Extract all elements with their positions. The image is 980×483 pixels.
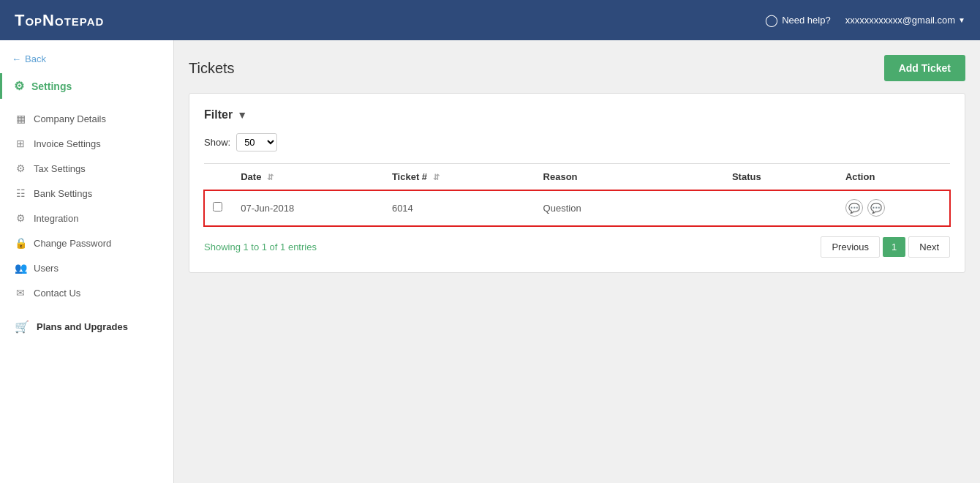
- content-card: Filter ▼ Show: 10 25 50 100 Date ⇵: [189, 93, 965, 273]
- showing-text: Showing 1 to 1 of 1 entries: [204, 242, 317, 252]
- user-email: xxxxxxxxxxxx@gmail.com: [845, 15, 955, 26]
- show-label: Show:: [204, 137, 230, 148]
- settings-label: Settings: [31, 80, 72, 92]
- filter-header: Filter ▼: [204, 108, 950, 121]
- app-logo: TopNotepad: [15, 11, 104, 30]
- sidebar-item-label: Contact Us: [34, 288, 80, 299]
- row-ticket-cell: 6014: [383, 190, 535, 226]
- plans-label: Plans and Upgrades: [37, 321, 128, 332]
- row-checkbox[interactable]: [213, 202, 222, 211]
- header: TopNotepad ◯ Need help? xxxxxxxxxxxx@gma…: [0, 0, 980, 40]
- sidebar-item-label: Tax Settings: [34, 163, 86, 174]
- sidebar-item-label: Invoice Settings: [34, 138, 101, 149]
- add-ticket-button[interactable]: Add Ticket: [884, 55, 965, 81]
- current-page[interactable]: 1: [883, 237, 905, 257]
- filter-icon: ▼: [237, 109, 247, 121]
- col-header-action: Action: [837, 164, 950, 190]
- back-link[interactable]: ← Back: [0, 48, 173, 73]
- sidebar-item-change-password[interactable]: 🔒 Change Password: [0, 231, 173, 255]
- row-ticket: 6014: [392, 203, 413, 214]
- contact-icon: ✉: [15, 287, 26, 299]
- back-label: Back: [25, 53, 46, 64]
- tax-icon: ⚙: [15, 162, 26, 174]
- sidebar-item-label: Users: [34, 263, 59, 274]
- row-check-cell: [204, 190, 232, 226]
- users-icon: 👥: [15, 262, 26, 274]
- row-date: 07-Jun-2018: [241, 203, 294, 214]
- sidebar-item-bank-settings[interactable]: ☷ Bank Settings: [0, 181, 173, 206]
- col-header-status: Status: [723, 164, 837, 190]
- filter-label: Filter: [204, 108, 233, 121]
- integration-icon: ⚙: [15, 212, 26, 224]
- main-header: Tickets Add Ticket: [189, 55, 965, 81]
- col-header-check: [204, 164, 232, 190]
- show-row: Show: 10 25 50 100: [204, 133, 950, 151]
- sidebar-item-label: Integration: [34, 213, 78, 224]
- help-icon: ◯: [765, 13, 778, 27]
- col-header-ticket: Ticket # ⇵: [383, 164, 535, 190]
- sidebar-item-label: Bank Settings: [34, 188, 92, 199]
- next-button[interactable]: Next: [908, 236, 950, 258]
- row-action-cell: 💬 💬: [837, 190, 950, 226]
- row-status-cell: [723, 190, 837, 226]
- help-link[interactable]: ◯ Need help?: [765, 13, 831, 27]
- bank-icon: ☷: [15, 187, 26, 199]
- company-icon: ▦: [15, 113, 26, 124]
- table-row: 07-Jun-2018 6014 Question: [204, 190, 950, 226]
- sidebar-item-plans[interactable]: 🛒 Plans and Upgrades: [0, 311, 173, 342]
- user-email-menu[interactable]: xxxxxxxxxxxx@gmail.com ▼: [845, 15, 965, 26]
- page-title: Tickets: [189, 60, 235, 77]
- help-label: Need help?: [782, 15, 831, 26]
- sort-icon-ticket: ⇵: [433, 173, 440, 182]
- sidebar-item-contact-us[interactable]: ✉ Contact Us: [0, 280, 173, 305]
- sidebar-item-integration[interactable]: ⚙ Integration: [0, 206, 173, 231]
- dropdown-caret-icon: ▼: [958, 16, 965, 24]
- sidebar-item-label: Change Password: [34, 238, 111, 249]
- sidebar-item-label: Company Details: [34, 113, 106, 124]
- sort-icon-date: ⇵: [267, 173, 274, 182]
- show-select[interactable]: 10 25 50 100: [236, 133, 277, 151]
- row-reason: Question: [543, 203, 581, 214]
- back-arrow-icon: ←: [12, 53, 21, 64]
- sidebar-item-tax-settings[interactable]: ⚙ Tax Settings: [0, 156, 173, 181]
- comment-icon[interactable]: 💬: [845, 199, 863, 217]
- invoice-icon: ⊞: [15, 138, 26, 149]
- sidebar-item-company-details[interactable]: ▦ Company Details: [0, 106, 173, 131]
- sidebar-item-settings[interactable]: ⚙ Settings: [0, 73, 173, 99]
- sidebar: ← Back ⚙ Settings ▦ Company Details ⊞ In…: [0, 40, 174, 483]
- table-footer: Showing 1 to 1 of 1 entries Previous 1 N…: [204, 236, 950, 258]
- page-layout: ← Back ⚙ Settings ▦ Company Details ⊞ In…: [0, 40, 980, 483]
- lock-icon: 🔒: [15, 237, 26, 249]
- table-header-row: Date ⇵ Ticket # ⇵ Reason Status Action: [204, 164, 950, 190]
- sidebar-nav: ▦ Company Details ⊞ Invoice Settings ⚙ T…: [0, 106, 173, 305]
- col-header-reason: Reason: [535, 164, 723, 190]
- col-header-date: Date ⇵: [232, 164, 383, 190]
- header-right: ◯ Need help? xxxxxxxxxxxx@gmail.com ▼: [765, 13, 965, 27]
- reply-icon[interactable]: 💬: [867, 199, 885, 217]
- previous-button[interactable]: Previous: [821, 236, 880, 258]
- pagination: Previous 1 Next: [821, 236, 950, 258]
- sidebar-item-invoice-settings[interactable]: ⊞ Invoice Settings: [0, 131, 173, 156]
- sidebar-item-users[interactable]: 👥 Users: [0, 255, 173, 280]
- row-date-cell: 07-Jun-2018: [232, 190, 383, 226]
- cart-icon: 🛒: [15, 320, 29, 334]
- gear-icon: ⚙: [14, 79, 24, 93]
- action-icons: 💬 💬: [845, 199, 941, 217]
- row-reason-cell: Question: [535, 190, 723, 226]
- main-content: Tickets Add Ticket Filter ▼ Show: 10 25 …: [174, 40, 980, 483]
- tickets-table: Date ⇵ Ticket # ⇵ Reason Status Action: [204, 163, 950, 226]
